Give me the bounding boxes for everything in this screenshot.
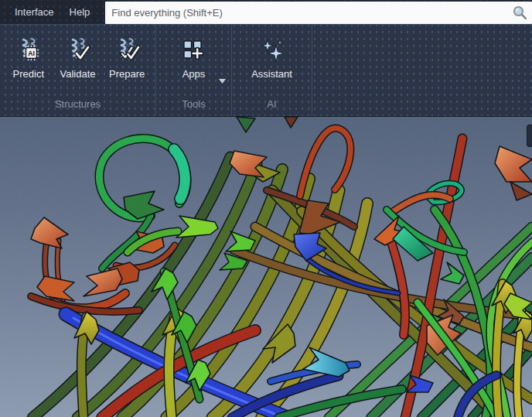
protein-ribbon-canvas[interactable] — [0, 117, 532, 417]
ribbon-group-tools: Apps Tools — [156, 25, 232, 116]
group-label-tools: Tools — [156, 98, 231, 110]
structure-viewport[interactable] — [0, 116, 532, 417]
ribbon-empty-area — [312, 25, 532, 116]
validate-button[interactable]: Validate — [53, 25, 103, 80]
ribbon-group-ai: Assistant AI — [232, 25, 312, 116]
protein-double-check-icon — [114, 37, 140, 63]
assistant-label: Assistant — [251, 68, 292, 80]
ribbon-group-structures: AI Predict Validate — [0, 25, 156, 116]
protein-ai-chip-icon: AI — [15, 37, 42, 63]
sparkles-icon — [259, 37, 285, 63]
ribbon: AI Predict Validate — [0, 24, 532, 116]
prepare-button[interactable]: Prepare — [102, 25, 152, 80]
application-window: Interface Help — [0, 0, 532, 417]
menubar: Interface Help — [0, 0, 532, 24]
app-grid-plus-icon — [181, 37, 207, 63]
global-search — [105, 2, 532, 24]
prepare-label: Prepare — [109, 68, 145, 80]
apps-label: Apps — [182, 68, 206, 80]
group-label-structures: Structures — [0, 98, 155, 110]
menu-item-help[interactable]: Help — [62, 0, 98, 24]
svg-text:AI: AI — [28, 50, 35, 57]
magnifier-icon[interactable] — [511, 4, 528, 24]
group-label-ai: AI — [232, 98, 312, 110]
apps-dropdown-caret-icon[interactable] — [219, 73, 226, 87]
collapsed-panel-handle[interactable] — [527, 125, 532, 147]
apps-button[interactable]: Apps — [169, 25, 219, 80]
predict-button[interactable]: AI Predict — [4, 25, 53, 80]
search-input[interactable] — [108, 2, 515, 23]
assistant-button[interactable]: Assistant — [247, 25, 297, 80]
validate-label: Validate — [60, 68, 96, 80]
predict-label: Predict — [13, 68, 44, 80]
protein-check-icon — [65, 37, 91, 63]
menu-item-interface[interactable]: Interface — [7, 0, 62, 24]
